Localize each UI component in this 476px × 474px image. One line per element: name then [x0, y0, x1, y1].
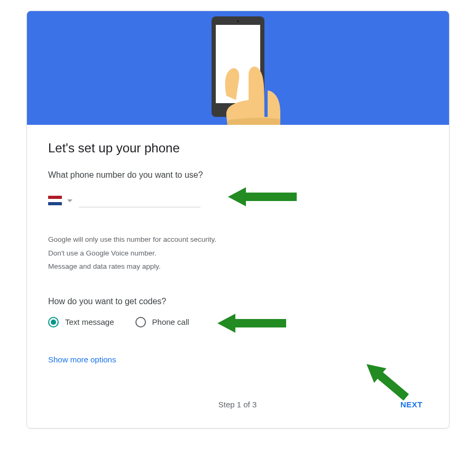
country-selector[interactable]	[48, 196, 72, 207]
radio-selected-icon	[48, 317, 59, 327]
codes-radio-group: Text message Phone call	[48, 317, 428, 327]
step-indicator: Step 1 of 3	[80, 400, 395, 409]
info-text: Google will only use this number for acc…	[48, 233, 428, 274]
svg-marker-3	[228, 187, 297, 206]
svg-point-2	[237, 21, 239, 22]
radio-label: Phone call	[152, 317, 189, 326]
radio-label: Text message	[65, 317, 114, 326]
svg-marker-4	[217, 314, 286, 333]
annotation-arrow-radios	[217, 312, 286, 335]
phone-in-hand-illustration	[169, 11, 307, 125]
radio-text-message[interactable]: Text message	[48, 317, 114, 327]
info-line: Google will only use this number for acc…	[48, 233, 428, 247]
codes-question: How do you want to get codes?	[48, 297, 428, 306]
radio-unselected-icon	[135, 317, 146, 327]
annotation-arrow-phone	[228, 185, 297, 208]
next-button[interactable]: NEXT	[395, 396, 428, 413]
annotation-arrow-next	[359, 334, 433, 403]
netherlands-flag-icon	[48, 196, 62, 205]
phone-input-row	[48, 194, 428, 207]
setup-card: Let's set up your phone What phone numbe…	[26, 11, 450, 429]
content-area: Let's set up your phone What phone numbe…	[27, 125, 449, 428]
page-title: Let's set up your phone	[48, 141, 428, 156]
info-line: Don't use a Google Voice number.	[48, 247, 428, 260]
phone-question: What phone number do you want to use?	[48, 170, 428, 180]
hero-banner	[27, 11, 449, 125]
phone-number-input[interactable]	[79, 194, 200, 207]
footer-row: Step 1 of 3 NEXT	[48, 396, 428, 413]
radio-phone-call[interactable]: Phone call	[135, 317, 189, 327]
info-line: Message and data rates may apply.	[48, 260, 428, 274]
chevron-down-icon	[67, 199, 72, 202]
show-more-options-link[interactable]: Show more options	[48, 355, 116, 364]
